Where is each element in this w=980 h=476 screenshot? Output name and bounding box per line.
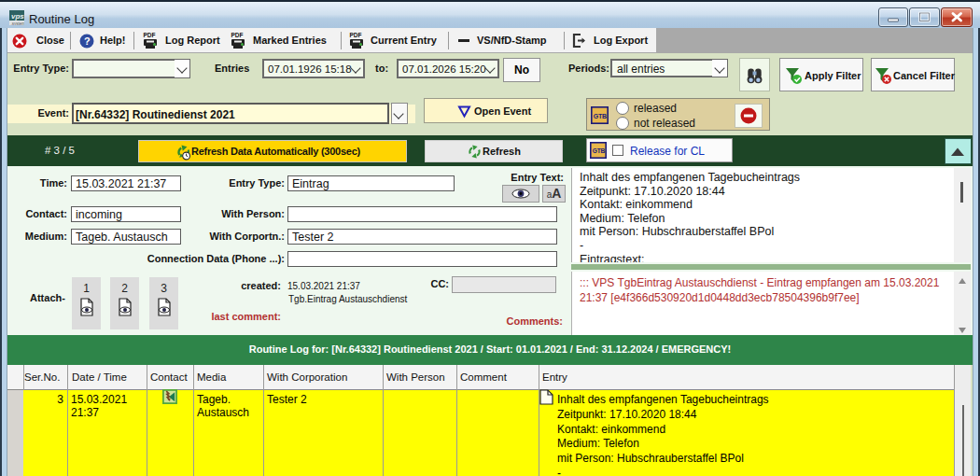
svg-text:.system: .system xyxy=(11,21,25,26)
svg-text:GTB: GTB xyxy=(593,147,606,154)
svg-text:PDF: PDF xyxy=(144,32,156,38)
svg-text:GTB: GTB xyxy=(594,113,607,119)
svg-text:vps: vps xyxy=(11,12,24,21)
svg-text:PDF: PDF xyxy=(350,32,362,38)
svg-text:PDF: PDF xyxy=(231,32,244,38)
svg-text:?: ? xyxy=(84,35,91,47)
